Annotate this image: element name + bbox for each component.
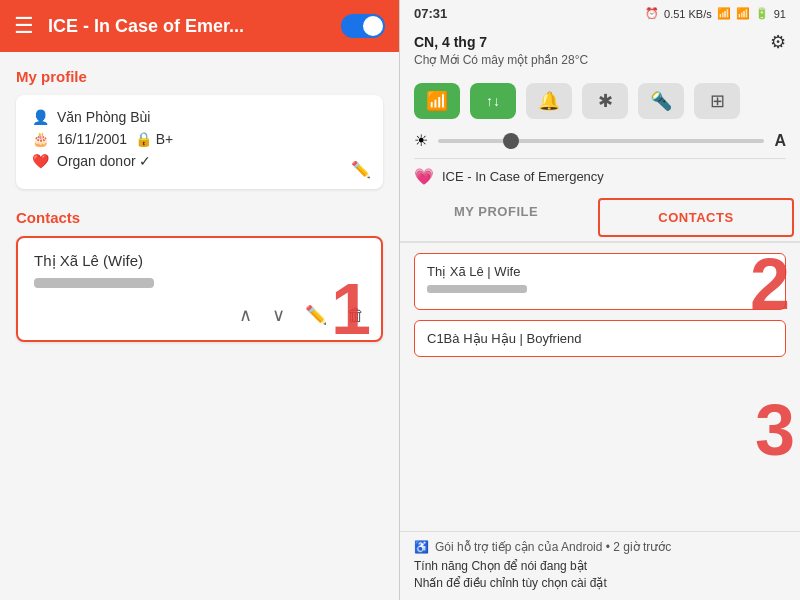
- accessibility-line2: Nhấn để điều chỉnh tùy chọn cài đặt: [414, 575, 786, 592]
- accessibility-desc: Tính năng Chọn để nói đang bật Nhấn để đ…: [414, 558, 786, 592]
- ice-app-icon: 💗: [414, 167, 434, 186]
- profile-dob: 16/11/2001: [57, 131, 127, 147]
- profile-card: 👤 Văn Phòng Bùi 🎂 16/11/2001 🔒 B+ ❤️ Org…: [16, 95, 383, 189]
- contacts-section-title: Contacts: [16, 209, 383, 226]
- quick-toggles: 📶 ↑↓ 🔔 ✱ 🔦 ⊞: [400, 75, 800, 127]
- settings-icon[interactable]: ⚙: [770, 31, 786, 53]
- contacts-list: Thị Xã Lê | Wife C1Bà Hậu Hậu | Boyfrien…: [400, 243, 800, 531]
- brightness-thumb: [503, 133, 519, 149]
- data-toggle-icon: ↑↓: [486, 93, 500, 109]
- flashlight-icon: 🔦: [650, 90, 672, 112]
- battery-level: 91: [774, 8, 786, 20]
- brightness-slider[interactable]: [438, 139, 764, 143]
- weather-text: Chợ Mới Có mây một phần 28°C: [414, 53, 786, 67]
- grid-icon: ⊞: [710, 90, 725, 112]
- accessibility-line1: Tính năng Chọn để nói đang bật: [414, 558, 786, 575]
- profile-edit-button[interactable]: ✏️: [351, 160, 371, 179]
- app-notification-bar: 💗 ICE - In Case of Emergency: [400, 159, 800, 194]
- contact-actions: ∧ ∨ ✏️ 🗑: [34, 304, 365, 326]
- contact-phone-blur: [34, 278, 154, 288]
- profile-name: Văn Phòng Bùi: [57, 109, 150, 125]
- wifi-icon: 📶: [717, 7, 731, 20]
- right-status-bar: 07:31 ⏰ 0.51 KB/s 📶 📶 🔋 91: [400, 0, 800, 27]
- contact-name: Thị Xã Lê (Wife): [34, 252, 365, 270]
- contact-item-1[interactable]: Thị Xã Lê | Wife: [414, 253, 786, 310]
- brightness-bar: ☀ A: [400, 127, 800, 158]
- profile-organ-row: ❤️ Organ donor ✓: [32, 153, 367, 169]
- signal-icon: 📶: [736, 7, 750, 20]
- left-panel: ☰ ICE - In Case of Emer... My profile 👤 …: [0, 0, 400, 600]
- person-icon: 👤: [32, 109, 49, 125]
- grid-toggle[interactable]: ⊞: [694, 83, 740, 119]
- hamburger-icon[interactable]: ☰: [14, 13, 34, 39]
- contact-edit-button[interactable]: ✏️: [305, 304, 327, 326]
- cake-icon: 🎂: [32, 131, 49, 147]
- data-toggle[interactable]: ↑↓: [470, 83, 516, 119]
- right-panel: 07:31 ⏰ 0.51 KB/s 📶 📶 🔋 91 CN, 4 thg 7 ⚙…: [400, 0, 800, 600]
- data-speed: 0.51 KB/s: [664, 8, 712, 20]
- bluetooth-icon: ✱: [598, 90, 613, 112]
- app-toggle[interactable]: [341, 14, 385, 38]
- alarm-icon: ⏰: [645, 7, 659, 20]
- ice-app-name: ICE - In Case of Emergency: [442, 169, 604, 184]
- wifi-toggle[interactable]: 📶: [414, 83, 460, 119]
- left-topbar: ☰ ICE - In Case of Emer...: [0, 0, 399, 52]
- profile-dob-row: 🎂 16/11/2001 🔒 B+: [32, 131, 367, 147]
- my-profile-section-title: My profile: [16, 68, 383, 85]
- right-date-bar: CN, 4 thg 7 ⚙ Chợ Mới Có mây một phần 28…: [400, 27, 800, 75]
- bell-icon: 🔔: [538, 90, 560, 112]
- brightness-icon: ☀: [414, 131, 428, 150]
- contact-down-button[interactable]: ∨: [272, 304, 285, 326]
- app-title: ICE - In Case of Emer...: [48, 16, 341, 37]
- right-status-icons: ⏰ 0.51 KB/s 📶 📶 🔋 91: [645, 7, 786, 20]
- blood-icon: 🔒: [135, 131, 152, 147]
- date-text: CN, 4 thg 7: [414, 34, 487, 50]
- notification-toggle[interactable]: 🔔: [526, 83, 572, 119]
- wifi-toggle-icon: 📶: [426, 90, 448, 112]
- contact-item-1-phone-blur: [427, 285, 527, 293]
- contact-item-2-name: C1Bà Hậu Hậu | Boyfriend: [427, 331, 773, 346]
- contact-item-2[interactable]: C1Bà Hậu Hậu | Boyfriend: [414, 320, 786, 357]
- accessibility-row: ♿ Gói hỗ trợ tiếp cận của Android • 2 gi…: [400, 531, 800, 600]
- accessibility-icon: ♿: [414, 540, 429, 554]
- contact-delete-button[interactable]: 🗑: [347, 305, 365, 326]
- accessibility-header: ♿ Gói hỗ trợ tiếp cận của Android • 2 gi…: [414, 540, 786, 554]
- accessibility-header-text: Gói hỗ trợ tiếp cận của Android • 2 giờ …: [435, 540, 671, 554]
- badge-3: 3: [755, 389, 795, 471]
- tab-contacts[interactable]: CONTACTS: [598, 198, 794, 237]
- right-time: 07:31: [414, 6, 447, 21]
- auto-brightness-label[interactable]: A: [774, 132, 786, 150]
- tabs-row: MY PROFILE CONTACTS: [400, 194, 800, 243]
- contacts-card: Thị Xã Lê (Wife) ∧ ∨ ✏️ 🗑 1: [16, 236, 383, 342]
- contact-up-button[interactable]: ∧: [239, 304, 252, 326]
- tab-my-profile[interactable]: MY PROFILE: [400, 194, 592, 241]
- left-content: My profile 👤 Văn Phòng Bùi 🎂 16/11/2001 …: [0, 52, 399, 600]
- contact-item-1-name: Thị Xã Lê | Wife: [427, 264, 773, 279]
- profile-blood: B+: [156, 131, 174, 147]
- profile-organ: Organ donor ✓: [57, 153, 152, 169]
- profile-name-row: 👤 Văn Phòng Bùi: [32, 109, 367, 125]
- heart-icon: ❤️: [32, 153, 49, 169]
- flashlight-toggle[interactable]: 🔦: [638, 83, 684, 119]
- battery-icon: 🔋: [755, 7, 769, 20]
- bluetooth-toggle[interactable]: ✱: [582, 83, 628, 119]
